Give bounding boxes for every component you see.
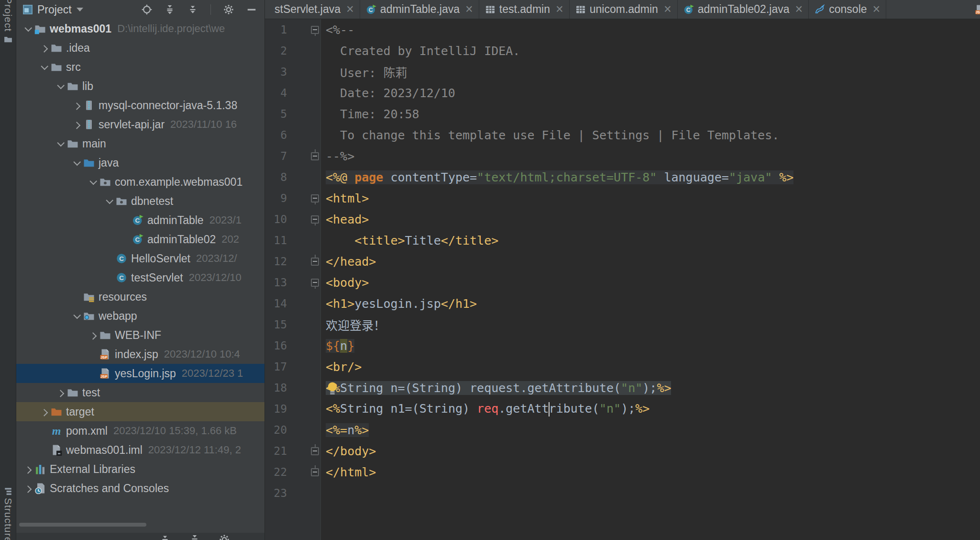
tree-row-webmas001[interactable]: webmas001D:\intellij.ide.project\we <box>16 19 264 38</box>
tab-partial[interactable]: JSP <box>975 0 980 19</box>
tree-chevron[interactable] <box>71 314 82 319</box>
tree-row-test[interactable]: test <box>16 383 264 402</box>
collapse-expand-icon[interactable] <box>165 4 175 15</box>
tree-row-External Libraries[interactable]: External Libraries <box>16 460 264 479</box>
editor-line[interactable]: 17<br/> <box>265 356 980 377</box>
tree-row-Scratches and Consoles[interactable]: Scratches and Consoles <box>16 479 264 498</box>
tree-row-adminTable02[interactable]: CadminTable02202 <box>16 230 264 249</box>
editor-line[interactable]: 4 Date: 2023/12/10 <box>265 82 980 103</box>
tree-chevron[interactable] <box>71 160 82 166</box>
editor-line[interactable]: 2 Created by IntelliJ IDEA. <box>265 40 980 61</box>
editor-line[interactable]: 12</head> <box>265 251 980 272</box>
editor-line[interactable]: 9<html> <box>265 188 980 209</box>
editor-line[interactable]: 8<%@ page contentType="text/html;charset… <box>265 167 980 188</box>
tree-row-adminTable[interactable]: CadminTable2023/1 <box>16 211 264 230</box>
editor-line[interactable]: 6 To change this template use File | Set… <box>265 124 980 146</box>
fold-start-icon[interactable] <box>311 26 319 34</box>
editor-line[interactable]: 21</body> <box>265 440 980 461</box>
editor-line[interactable]: 5 Time: 20:58 <box>265 103 980 124</box>
tree-row-yesLogin.jsp[interactable]: JSPyesLogin.jsp2023/12/23 1 <box>16 364 264 383</box>
tree-chevron[interactable] <box>71 122 82 127</box>
structure-stripe-button[interactable]: Structure <box>0 484 16 540</box>
tree-chevron[interactable] <box>55 141 66 146</box>
close-tab-icon[interactable]: × <box>346 3 354 16</box>
tree-row-.idea[interactable]: .idea <box>16 38 264 57</box>
close-tab-icon[interactable]: × <box>556 3 563 16</box>
tree-chevron[interactable] <box>38 45 50 51</box>
tree-row-dbnetest[interactable]: dbnetest <box>16 191 264 211</box>
tree-row-testServlet[interactable]: CtestServlet2023/12/10 <box>16 268 264 287</box>
editor-line[interactable]: 13<body> <box>265 272 980 293</box>
tree-chevron[interactable] <box>55 84 66 89</box>
tab-stServlet.java[interactable]: stServlet.java× <box>265 0 360 19</box>
tab-adminTable.java[interactable]: CadminTable.java× <box>360 0 479 19</box>
project-stripe-button[interactable]: Project <box>0 0 16 46</box>
settings-icon[interactable] <box>223 4 234 15</box>
tree-row-webmas001.iml[interactable]: webmas001.iml2023/12/12 11:49, 2 <box>16 440 264 460</box>
tree-row-HelloServlet[interactable]: CHelloServlet2023/12/ <box>16 249 264 268</box>
tree-chevron[interactable] <box>55 390 66 395</box>
editor-line[interactable]: 20<%=n%> <box>265 419 980 440</box>
tree-chevron[interactable] <box>38 409 50 415</box>
fold-end-icon[interactable] <box>311 258 319 266</box>
tree-chevron[interactable] <box>22 486 33 491</box>
editor-line[interactable]: 7--%> <box>265 146 980 167</box>
tree-row-WEB-INF[interactable]: WEB-INF <box>16 326 264 345</box>
editor-line[interactable]: 15欢迎登录！ <box>265 314 980 335</box>
tree-chevron[interactable] <box>22 467 33 472</box>
horizontal-scrollbar[interactable] <box>19 523 146 527</box>
fold-start-icon[interactable] <box>311 279 319 287</box>
fold-end-icon[interactable] <box>311 447 319 455</box>
close-tab-icon[interactable]: × <box>873 3 881 16</box>
tree-row-target[interactable]: target <box>16 402 264 421</box>
tree-chevron[interactable] <box>103 199 115 204</box>
tree-row-main[interactable]: main <box>16 134 264 153</box>
editor-line[interactable]: 14<h1>yesLogin.jsp</h1> <box>265 293 980 314</box>
editor-line[interactable]: 10<head> <box>265 209 980 230</box>
tree-row-pom.xml[interactable]: mpom.xml2023/12/10 15:39, 1.66 kB <box>16 421 264 440</box>
tab-adminTable02.java[interactable]: CadminTable02.java× <box>678 0 809 19</box>
editor-line[interactable]: 1<%-- <box>265 19 980 40</box>
tree-row-servlet-api.jar[interactable]: servlet-api.jar2023/11/10 16 <box>16 115 264 134</box>
editor-line[interactable]: 11 <title>Title</title> <box>265 230 980 251</box>
editor-line[interactable]: 16${n} <box>265 335 980 356</box>
fold-end-icon[interactable] <box>311 152 319 160</box>
intention-bulb-icon[interactable] <box>326 382 339 395</box>
collapse-all-icon[interactable] <box>160 534 170 540</box>
fold-start-icon[interactable] <box>311 215 319 224</box>
settings-icon[interactable] <box>219 534 230 540</box>
tab-test.admin[interactable]: test.admin× <box>479 0 570 19</box>
tree-row-src[interactable]: src <box>16 57 264 77</box>
tree-chevron[interactable] <box>38 65 50 70</box>
tab-unicom.admin[interactable]: unicom.admin× <box>570 0 678 19</box>
chevron-down-icon[interactable] <box>77 8 83 11</box>
editor[interactable]: 1<%--2 Created by IntelliJ IDEA.3 User: … <box>265 19 980 540</box>
project-panel-title[interactable]: Project <box>37 3 72 16</box>
tree-row-lib[interactable]: lib <box>16 77 264 96</box>
tree-row-webapp[interactable]: webapp <box>16 306 264 326</box>
tree-row-java[interactable]: java <box>16 153 264 172</box>
tree-chevron[interactable] <box>87 180 99 185</box>
locate-icon[interactable] <box>142 4 152 15</box>
tab-console[interactable]: console× <box>809 0 886 19</box>
editor-line[interactable]: 23 <box>265 483 980 504</box>
editor-line[interactable]: 3 User: 陈莉 <box>265 61 980 82</box>
tree-chevron[interactable] <box>71 103 82 108</box>
collapse-expand-icon[interactable] <box>189 534 200 540</box>
close-tab-icon[interactable]: × <box>664 3 672 16</box>
fold-end-icon[interactable] <box>311 468 319 476</box>
tree-chevron[interactable] <box>87 333 99 338</box>
tree-row-mysql-connector-java-5.1.38[interactable]: mysql-connector-java-5.1.38 <box>16 96 264 115</box>
editor-line[interactable]: 22</html> <box>265 461 980 483</box>
collapse-all-icon[interactable] <box>187 4 198 15</box>
editor-line[interactable]: 18<%String n=(String) request.getAttribu… <box>265 377 980 398</box>
tree-row-index.jsp[interactable]: JSPindex.jsp2023/12/10 10:4 <box>16 345 264 364</box>
fold-start-icon[interactable] <box>311 194 319 202</box>
close-tab-icon[interactable]: × <box>795 3 803 16</box>
tree-row-com.example.webmas001[interactable]: com.example.webmas001 <box>16 172 264 191</box>
tree-chevron[interactable] <box>22 26 33 32</box>
tree-row-resources[interactable]: resources <box>16 287 264 306</box>
close-tab-icon[interactable]: × <box>465 3 473 16</box>
hide-icon[interactable] <box>246 4 257 15</box>
editor-line[interactable]: 19<%String n1=(String) req.getAttribute(… <box>265 398 980 419</box>
